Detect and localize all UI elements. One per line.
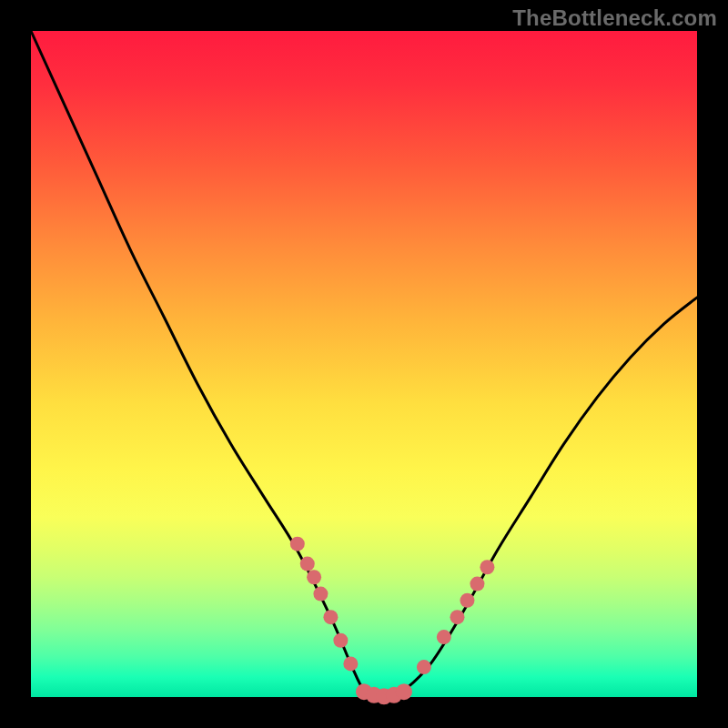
data-marker bbox=[343, 656, 358, 671]
data-marker bbox=[460, 593, 474, 608]
data-marker bbox=[480, 560, 494, 574]
chart-frame: TheBottleneck.com bbox=[0, 0, 728, 728]
data-marker bbox=[417, 660, 431, 674]
data-marker bbox=[396, 683, 412, 700]
data-marker bbox=[470, 577, 484, 592]
data-markers bbox=[290, 537, 495, 705]
plot-area bbox=[31, 31, 697, 697]
data-marker bbox=[450, 610, 464, 624]
data-marker bbox=[300, 557, 315, 571]
data-marker bbox=[323, 610, 338, 624]
watermark-text: TheBottleneck.com bbox=[512, 5, 717, 31]
data-marker bbox=[333, 633, 348, 648]
data-marker bbox=[307, 570, 321, 584]
bottleneck-curve bbox=[31, 31, 697, 698]
data-marker bbox=[437, 630, 451, 644]
data-marker bbox=[290, 537, 305, 551]
data-marker bbox=[313, 587, 328, 602]
curve-svg bbox=[31, 31, 697, 697]
